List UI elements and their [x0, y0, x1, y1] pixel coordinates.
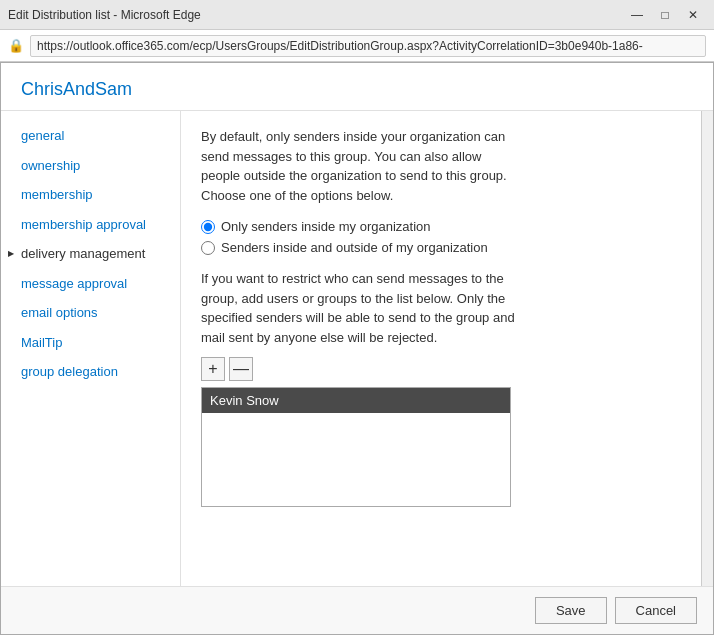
- sidebar-item-message-approval[interactable]: message approval: [1, 269, 180, 299]
- footer: Save Cancel: [1, 586, 713, 634]
- main-window: ChrisAndSam general ownership membership…: [0, 62, 714, 635]
- list-controls: + —: [201, 357, 681, 381]
- add-sender-button[interactable]: +: [201, 357, 225, 381]
- sender-item-kevin-snow[interactable]: Kevin Snow: [202, 388, 510, 413]
- sidebar-item-membership[interactable]: membership: [1, 180, 180, 210]
- restrict-text: If you want to restrict who can send mes…: [201, 269, 521, 347]
- address-bar: 🔒: [0, 30, 714, 62]
- content-area: general ownership membership membership …: [1, 111, 713, 586]
- radio-inside-label: Only senders inside my organization: [221, 219, 431, 234]
- title-bar: Edit Distribution list - Microsoft Edge …: [0, 0, 714, 30]
- sidebar-item-membership-approval[interactable]: membership approval: [1, 210, 180, 240]
- sidebar-item-ownership[interactable]: ownership: [1, 151, 180, 181]
- sidebar-item-email-options[interactable]: email options: [1, 298, 180, 328]
- radio-both-label: Senders inside and outside of my organiz…: [221, 240, 488, 255]
- save-button[interactable]: Save: [535, 597, 607, 624]
- sidebar-item-delivery-management[interactable]: delivery management: [1, 239, 180, 269]
- description-text: By default, only senders inside your org…: [201, 127, 521, 205]
- close-button[interactable]: ✕: [680, 5, 706, 25]
- page-header: ChrisAndSam: [1, 63, 713, 111]
- main-panel: By default, only senders inside your org…: [181, 111, 701, 586]
- radio-option-inside[interactable]: Only senders inside my organization: [201, 219, 681, 234]
- maximize-button[interactable]: □: [652, 5, 678, 25]
- radio-inside-input[interactable]: [201, 220, 215, 234]
- sidebar-item-mailtip[interactable]: MailTip: [1, 328, 180, 358]
- cancel-button[interactable]: Cancel: [615, 597, 697, 624]
- sidebar-item-general[interactable]: general: [1, 121, 180, 151]
- lock-icon: 🔒: [8, 38, 24, 53]
- scrollbar: [701, 111, 713, 586]
- senders-list: Kevin Snow: [201, 387, 511, 507]
- sidebar: general ownership membership membership …: [1, 111, 181, 586]
- window-title: Edit Distribution list - Microsoft Edge: [8, 8, 201, 22]
- radio-both-input[interactable]: [201, 241, 215, 255]
- page-title: ChrisAndSam: [21, 79, 132, 99]
- remove-sender-button[interactable]: —: [229, 357, 253, 381]
- minimize-button[interactable]: —: [624, 5, 650, 25]
- radio-option-both[interactable]: Senders inside and outside of my organiz…: [201, 240, 681, 255]
- window-controls: — □ ✕: [624, 5, 706, 25]
- sidebar-item-group-delegation[interactable]: group delegation: [1, 357, 180, 387]
- sender-radio-group: Only senders inside my organization Send…: [201, 219, 681, 255]
- url-input[interactable]: [30, 35, 706, 57]
